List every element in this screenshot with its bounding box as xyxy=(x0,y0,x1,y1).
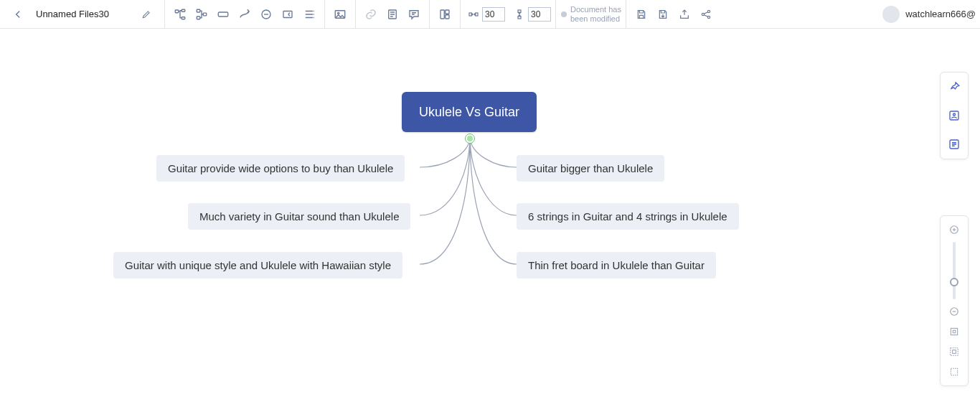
side-tool-panel xyxy=(940,72,969,159)
zoom-in-icon[interactable] xyxy=(946,222,962,238)
theme-icon[interactable] xyxy=(944,106,964,126)
export-icon[interactable] xyxy=(674,4,695,25)
spacing-group xyxy=(461,0,556,28)
root-node[interactable]: Ukulele Vs Guitar xyxy=(402,92,537,132)
child-node-right-2[interactable]: Thin fret board in Ukulele than Guitar xyxy=(517,252,716,279)
relationship-icon[interactable] xyxy=(234,4,255,25)
v-spacing-icon xyxy=(511,4,528,25)
node-label: Guitar bigger than Ukulele xyxy=(528,162,653,174)
canvas[interactable]: Ukulele Vs Guitar Guitar provide wide op… xyxy=(0,29,980,407)
svg-rect-14 xyxy=(446,14,449,18)
link-icon[interactable] xyxy=(360,4,382,25)
annotate-group xyxy=(356,0,430,28)
svg-rect-1 xyxy=(182,9,185,11)
svg-rect-32 xyxy=(951,368,957,375)
child-node-icon[interactable] xyxy=(169,4,191,25)
layout-group xyxy=(430,0,461,28)
svg-rect-13 xyxy=(446,10,449,14)
fullscreen-icon[interactable] xyxy=(946,364,962,380)
child-node-left-2[interactable]: Guitar with unique style and Ukulele wit… xyxy=(113,252,402,279)
node-label: Much variety in Guitar sound than Ukulel… xyxy=(199,210,399,223)
child-node-left-1[interactable]: Much variety in Guitar sound than Ukulel… xyxy=(188,203,410,230)
collapse-toggle[interactable] xyxy=(465,134,475,144)
back-button[interactable] xyxy=(7,4,29,25)
svg-rect-4 xyxy=(197,17,200,19)
fit-center-icon[interactable] xyxy=(946,324,962,340)
svg-rect-6 xyxy=(218,12,228,17)
floating-node-icon[interactable] xyxy=(212,4,234,25)
svg-rect-2 xyxy=(182,17,185,19)
comment-icon[interactable] xyxy=(403,4,425,25)
svg-rect-29 xyxy=(953,330,956,333)
child-node-right-0[interactable]: Guitar bigger than Ukulele xyxy=(517,155,664,182)
sibling-node-icon[interactable] xyxy=(191,4,212,25)
toolbar: Unnamed Files30 xyxy=(0,0,980,29)
child-node-right-1[interactable]: 6 strings in Guitar and 4 strings in Uku… xyxy=(517,203,739,230)
image-icon[interactable] xyxy=(329,4,351,25)
node-label: Guitar with unique style and Ukulele wit… xyxy=(125,259,391,271)
zoom-slider[interactable] xyxy=(953,242,956,299)
structure-group xyxy=(165,0,325,28)
svg-point-24 xyxy=(953,113,956,116)
svg-rect-12 xyxy=(440,10,444,19)
image-group xyxy=(325,0,356,28)
outline-panel-icon[interactable] xyxy=(944,134,964,154)
save-icon[interactable] xyxy=(631,4,652,25)
edit-name-button[interactable] xyxy=(136,4,157,25)
note-icon[interactable] xyxy=(382,4,403,25)
user-area: watchlearn666@ xyxy=(875,0,980,28)
svg-point-10 xyxy=(338,12,339,14)
svg-rect-3 xyxy=(197,9,200,12)
layout-icon[interactable] xyxy=(434,4,456,25)
root-label: Ukulele Vs Guitar xyxy=(419,105,519,120)
avatar[interactable] xyxy=(882,6,900,23)
edges xyxy=(0,29,980,407)
status-group: Document has been modified xyxy=(556,0,626,28)
save-as-icon[interactable] xyxy=(652,4,674,25)
svg-rect-5 xyxy=(203,13,207,16)
svg-rect-30 xyxy=(951,348,958,356)
fit-page-icon[interactable] xyxy=(946,344,962,360)
file-title-area: Unnamed Files30 xyxy=(0,0,165,28)
zoom-panel xyxy=(940,215,969,386)
share-icon[interactable] xyxy=(695,4,717,25)
svg-rect-28 xyxy=(951,328,957,335)
boundary-icon[interactable] xyxy=(277,4,298,25)
svg-rect-0 xyxy=(175,10,179,13)
status-text: Document has been modified xyxy=(570,5,621,22)
zoom-thumb[interactable] xyxy=(950,278,958,286)
zoom-out-icon[interactable] xyxy=(946,304,962,319)
node-label: 6 strings in Guitar and 4 strings in Uku… xyxy=(528,210,727,223)
svg-point-19 xyxy=(561,11,567,17)
child-node-left-0[interactable]: Guitar provide wide options to buy than … xyxy=(156,155,405,182)
node-label: Thin fret board in Ukulele than Guitar xyxy=(528,259,705,271)
file-name: Unnamed Files30 xyxy=(36,9,128,19)
save-share-group xyxy=(626,0,721,28)
outline-icon[interactable] xyxy=(298,4,320,25)
v-spacing-input[interactable] xyxy=(528,7,551,22)
h-spacing-icon xyxy=(465,4,482,25)
username: watchlearn666@ xyxy=(905,9,976,19)
svg-rect-31 xyxy=(953,350,956,354)
summary-icon[interactable] xyxy=(255,4,277,25)
node-label: Guitar provide wide options to buy than … xyxy=(168,162,393,174)
h-spacing-input[interactable] xyxy=(482,7,505,22)
pin-icon[interactable] xyxy=(944,77,964,97)
svg-rect-8 xyxy=(283,11,292,17)
